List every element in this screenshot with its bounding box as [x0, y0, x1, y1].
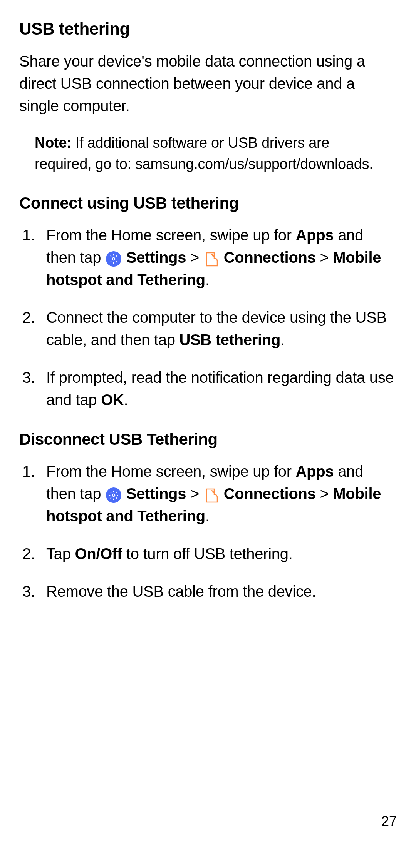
intro-paragraph: Share your device's mobile data connecti… [19, 50, 397, 117]
svg-point-0 [112, 257, 115, 260]
settings-icon [106, 251, 121, 267]
list-item: Remove the USB cable from the device. [19, 580, 397, 603]
apps-label: Apps [296, 227, 334, 244]
page-number: 27 [381, 813, 397, 830]
list-item: Connect the computer to the device using… [19, 306, 397, 351]
note-block: Note: If additional software or USB driv… [19, 132, 397, 175]
step-text: . [124, 391, 128, 408]
page-title: USB tethering [19, 19, 397, 38]
list-item: Tap On/Off to turn off USB tethering. [19, 542, 397, 565]
disconnect-heading: Disconnect USB Tethering [19, 430, 397, 449]
step-text: . [205, 507, 210, 524]
step-text: to turn off USB tethering. [122, 545, 293, 562]
note-label: Note: [35, 135, 75, 151]
step-text: If prompted, read the notification regar… [46, 369, 394, 408]
note-text: If additional software or USB drivers ar… [35, 135, 373, 172]
list-item: From the Home screen, swipe up for Apps … [19, 224, 397, 291]
step-text: Tap [46, 545, 75, 562]
connect-steps-list: From the Home screen, swipe up for Apps … [19, 224, 397, 411]
list-item: If prompted, read the notification regar… [19, 366, 397, 411]
svg-point-1 [112, 494, 115, 496]
chevron-icon: > [316, 485, 333, 502]
disconnect-steps-list: From the Home screen, swipe up for Apps … [19, 460, 397, 603]
ok-label: OK [101, 391, 124, 408]
connections-icon [204, 250, 219, 267]
onoff-label: On/Off [75, 545, 122, 562]
apps-label: Apps [296, 463, 334, 480]
step-text: From the Home screen, swipe up for [46, 227, 296, 244]
chevron-icon: > [186, 249, 203, 266]
step-text: Remove the USB cable from the device. [46, 583, 316, 600]
settings-icon [106, 487, 121, 503]
list-item: From the Home screen, swipe up for Apps … [19, 460, 397, 527]
step-text: From the Home screen, swipe up for [46, 463, 296, 480]
connections-icon [204, 487, 219, 504]
chevron-icon: > [316, 249, 333, 266]
usb-tethering-label: USB tethering [179, 331, 280, 348]
step-text: . [280, 331, 285, 348]
settings-label: Settings [122, 485, 186, 502]
settings-label: Settings [122, 249, 186, 266]
connections-label: Connections [220, 249, 316, 266]
connections-label: Connections [220, 485, 316, 502]
connect-heading: Connect using USB tethering [19, 194, 397, 212]
chevron-icon: > [186, 485, 203, 502]
step-text: . [205, 271, 210, 288]
